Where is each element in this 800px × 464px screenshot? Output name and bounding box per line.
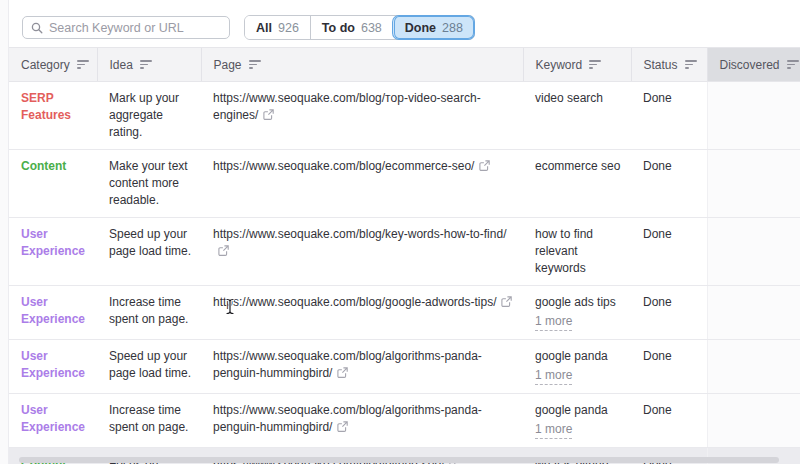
page-cell: https://www.seoquake.com/blog/algorithms…: [201, 394, 523, 448]
column-label: Category: [21, 58, 70, 72]
filter-icon[interactable]: [589, 60, 602, 69]
keyword-cell: google panda1 more: [523, 340, 631, 394]
status-text: Done: [643, 403, 672, 417]
column-label: Page: [214, 58, 242, 72]
keyword-cell: how to find relevant keywords: [523, 218, 631, 286]
table-body: SERP FeaturesMark up your aggregate rati…: [9, 82, 800, 464]
column-header-idea[interactable]: Idea: [97, 48, 201, 82]
external-link-icon[interactable]: [263, 109, 274, 120]
filter-tab-done[interactable]: Done 288: [393, 16, 474, 39]
status-text: Done: [643, 349, 672, 363]
search-box[interactable]: [22, 16, 230, 39]
filter-label: Done: [405, 21, 436, 35]
filter-icon[interactable]: [140, 60, 153, 69]
table-row[interactable]: User ExperienceSpeed up your page load t…: [9, 218, 800, 286]
idea-text: Increase time spent on page.: [109, 295, 188, 326]
filter-icon[interactable]: [249, 60, 262, 69]
keyword-more-link[interactable]: 1 more: [535, 367, 572, 385]
external-link-icon[interactable]: [501, 296, 512, 307]
status-cell: Done: [631, 340, 707, 394]
page-link[interactable]: https://www.seoquake.com/blog/ecommerce-…: [213, 159, 474, 173]
external-link-icon[interactable]: [218, 245, 229, 256]
column-label: Idea: [110, 58, 133, 72]
idea-text: Make your text content more readable.: [109, 159, 188, 207]
page-cell: https://www.seoquake.com/blog/тop-video-…: [201, 82, 523, 150]
keyword-more-link[interactable]: 1 more: [535, 313, 572, 331]
column-header-discovered[interactable]: Discovered: [707, 48, 800, 82]
ideas-table: Category Idea Page Keyword Status: [9, 47, 800, 464]
column-header-keyword[interactable]: Keyword: [523, 48, 631, 82]
category-cell: User Experience: [9, 218, 97, 286]
category-label: User Experience: [21, 403, 85, 434]
search-input[interactable]: [49, 21, 221, 35]
page-cell: https://www.seoquake.com/blog/google-adw…: [201, 286, 523, 340]
column-header-status[interactable]: Status: [631, 48, 707, 82]
discovered-cell: [707, 286, 800, 340]
category-label: User Experience: [21, 349, 85, 380]
column-header-category[interactable]: Category: [9, 48, 97, 82]
page-link[interactable]: https://www.seoquake.com/blog/key-words-…: [213, 227, 506, 241]
category-label: SERP Features: [21, 91, 71, 122]
category-label: User Experience: [21, 295, 85, 326]
keyword-more-link[interactable]: 1 more: [535, 421, 572, 439]
discovered-cell: [707, 218, 800, 286]
seo-ideas-panel: All 926 To do 638 Done 288 Category: [9, 0, 800, 464]
table-row[interactable]: User ExperienceIncrease time spent on pa…: [9, 286, 800, 340]
idea-cell: Mark up your aggregate rating.: [97, 82, 201, 150]
horizontal-scrollbar[interactable]: [19, 457, 779, 463]
page-left-edge: [0, 0, 9, 464]
keyword-text: ecommerce seo: [535, 158, 627, 175]
idea-cell: Increase time spent on page.: [97, 394, 201, 448]
external-link-icon[interactable]: [337, 421, 348, 432]
discovered-cell: [707, 150, 800, 218]
column-header-page[interactable]: Page: [201, 48, 523, 82]
keyword-cell: google ads tips1 more: [523, 286, 631, 340]
filter-tab-todo[interactable]: To do 638: [310, 16, 393, 39]
keyword-cell: ecommerce seo: [523, 150, 631, 218]
category-cell: User Experience: [9, 394, 97, 448]
discovered-cell: [707, 340, 800, 394]
status-cell: Done: [631, 150, 707, 218]
status-filter-group: All 926 To do 638 Done 288: [244, 15, 475, 40]
column-label: Discovered: [720, 58, 780, 72]
page-cell: https://www.seoquake.com/blog/key-words-…: [201, 218, 523, 286]
category-cell: Content: [9, 150, 97, 218]
external-link-icon[interactable]: [337, 367, 348, 378]
external-link-icon[interactable]: [479, 160, 490, 171]
page-cell: https://www.seoquake.com/blog/ecommerce-…: [201, 150, 523, 218]
page-link[interactable]: https://www.seoquake.com/blog/google-adw…: [213, 295, 496, 309]
filter-count: 926: [278, 21, 299, 35]
keyword-cell: video search: [523, 82, 631, 150]
category-cell: SERP Features: [9, 82, 97, 150]
status-cell: Done: [631, 394, 707, 448]
toolbar: All 926 To do 638 Done 288: [9, 0, 800, 47]
table-row[interactable]: User ExperienceSpeed up your page load t…: [9, 340, 800, 394]
category-cell: User Experience: [9, 286, 97, 340]
discovered-cell: [707, 394, 800, 448]
filter-count: 288: [442, 21, 463, 35]
idea-cell: Increase time spent on page.: [97, 286, 201, 340]
filter-tab-all[interactable]: All 926: [245, 16, 310, 39]
category-label: Content: [21, 159, 66, 173]
table-row[interactable]: ContentMake your text content more reada…: [9, 150, 800, 218]
column-label: Status: [644, 58, 678, 72]
table-row[interactable]: SERP FeaturesMark up your aggregate rati…: [9, 82, 800, 150]
filter-label: All: [256, 21, 272, 35]
page-link[interactable]: https://www.seoquake.com/blog/тop-video-…: [213, 91, 481, 122]
search-icon: [31, 22, 43, 34]
filter-icon[interactable]: [77, 60, 90, 69]
filter-icon[interactable]: [685, 60, 698, 69]
page-cell: https://www.seoquake.com/blog/algorithms…: [201, 340, 523, 394]
status-cell: Done: [631, 82, 707, 150]
filter-count: 638: [361, 21, 382, 35]
table-row[interactable]: User ExperienceIncrease time spent on pa…: [9, 394, 800, 448]
status-cell: Done: [631, 218, 707, 286]
status-text: Done: [643, 295, 672, 309]
category-label: User Experience: [21, 227, 85, 258]
idea-cell: Make your text content more readable.: [97, 150, 201, 218]
keyword-text: how to find relevant keywords: [535, 226, 627, 277]
table-header-row: Category Idea Page Keyword Status: [9, 48, 800, 82]
status-cell: Done: [631, 286, 707, 340]
idea-text: Mark up your aggregate rating.: [109, 91, 179, 139]
filter-icon[interactable]: [787, 60, 800, 69]
